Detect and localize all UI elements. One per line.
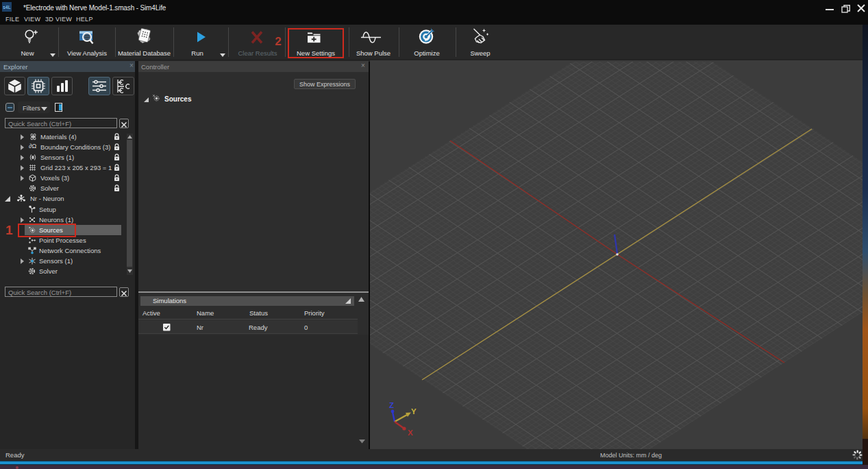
svg-text:Y: Y (411, 407, 417, 416)
svg-text:s4L: s4L (3, 5, 10, 10)
svg-text:2: 2 (275, 35, 281, 48)
svg-text:Z: Z (389, 401, 394, 409)
svg-text:X: X (408, 429, 413, 437)
